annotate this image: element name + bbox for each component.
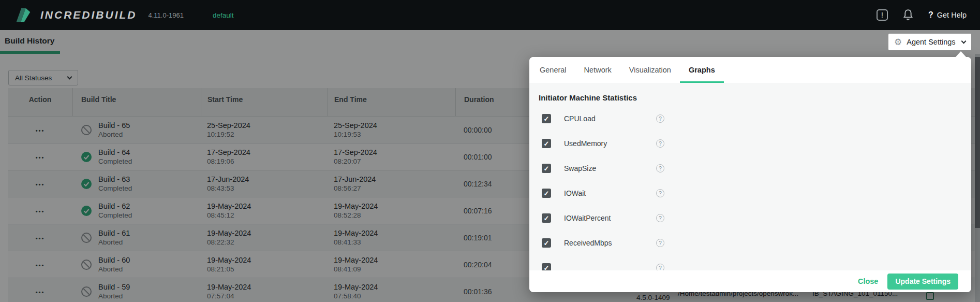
graph-option-partial: ✓ ? [539, 255, 704, 270]
app-version: 4.11.0-1961 [149, 11, 184, 19]
tab-general[interactable]: General [540, 57, 567, 83]
tab-network[interactable]: Network [584, 57, 612, 83]
checkbox-checked[interactable]: ✓ [542, 238, 551, 248]
agent-settings-panel: General Network Visualization Graphs Ini… [529, 57, 971, 292]
settings-tab-bar: General Network Visualization Graphs [529, 57, 971, 83]
agent-settings-button[interactable]: ⚙ Agent Settings [888, 34, 971, 50]
checkbox-checked[interactable]: ✓ [542, 189, 551, 198]
help-circle-icon[interactable]: ? [656, 164, 664, 172]
app-root: INCREDIBUILD 4.11.0-1961 default ! ? Get… [0, 0, 980, 302]
checkbox-checked[interactable]: ✓ [542, 114, 551, 123]
checkbox-checked[interactable]: ✓ [542, 164, 551, 173]
help-question-icon: ? [928, 10, 933, 20]
get-help-label: Get Help [937, 11, 967, 19]
graph-option-cpuload: ✓ CPULoad ? [539, 106, 704, 131]
get-help-link[interactable]: ? Get Help [928, 10, 967, 20]
incredibuild-logo: INCREDIBUILD 4.11.0-1961 [13, 5, 184, 25]
graphs-settings-body: Initiator Machine Statistics ✓ CPULoad ?… [529, 83, 971, 270]
help-circle-icon[interactable]: ? [656, 139, 664, 148]
graph-option-iowaitpercent: ✓ IOWaitPercent ? [539, 206, 704, 231]
help-circle-icon[interactable]: ? [656, 189, 664, 197]
help-circle-icon[interactable]: ? [656, 214, 664, 222]
graph-option-label: IOWaitPercent [564, 214, 611, 222]
notifications-bell-icon[interactable] [902, 9, 914, 21]
environment-link[interactable]: default [213, 11, 234, 19]
chevron-down-icon [961, 38, 967, 44]
agent-settings-label: Agent Settings [907, 38, 955, 46]
section-title: Initiator Machine Statistics [539, 93, 971, 102]
help-circle-icon[interactable]: ? [656, 239, 664, 247]
checkbox-checked[interactable]: ✓ [542, 213, 551, 223]
topbar-actions: ! ? Get Help [877, 9, 967, 21]
tab-visualization[interactable]: Visualization [629, 57, 671, 83]
incredibuild-arrow-icon [13, 5, 33, 25]
help-circle-icon[interactable]: ? [656, 114, 664, 123]
popover-caret [955, 51, 967, 57]
graph-option-label: UsedMemory [564, 139, 607, 148]
checkbox-checked[interactable]: ✓ [542, 263, 551, 270]
help-circle-icon[interactable]: ? [656, 264, 664, 270]
checkbox-checked[interactable]: ✓ [542, 139, 551, 148]
graph-option-usedmemory: ✓ UsedMemory ? [539, 131, 704, 156]
graph-option-label: IOWait [564, 189, 586, 197]
update-settings-button[interactable]: Update Settings [887, 274, 958, 290]
graph-option-swapsize: ✓ SwapSize ? [539, 156, 704, 181]
graph-option-label: SwapSize [564, 164, 596, 172]
graph-option-label: CPULoad [564, 114, 596, 123]
graph-option-iowait: ✓ IOWait ? [539, 181, 704, 206]
alerts-icon[interactable]: ! [877, 9, 888, 21]
gear-icon: ⚙ [894, 38, 902, 47]
close-button[interactable]: Close [858, 277, 879, 285]
tab-graphs[interactable]: Graphs [689, 57, 715, 83]
graph-option-receivedmbps: ✓ ReceivedMbps ? [539, 231, 704, 255]
graph-option-label: ReceivedMbps [564, 239, 612, 247]
brand-name: INCREDIBUILD [40, 9, 137, 21]
settings-footer: Close Update Settings [529, 270, 971, 292]
top-bar: INCREDIBUILD 4.11.0-1961 default ! ? Get… [0, 0, 980, 30]
